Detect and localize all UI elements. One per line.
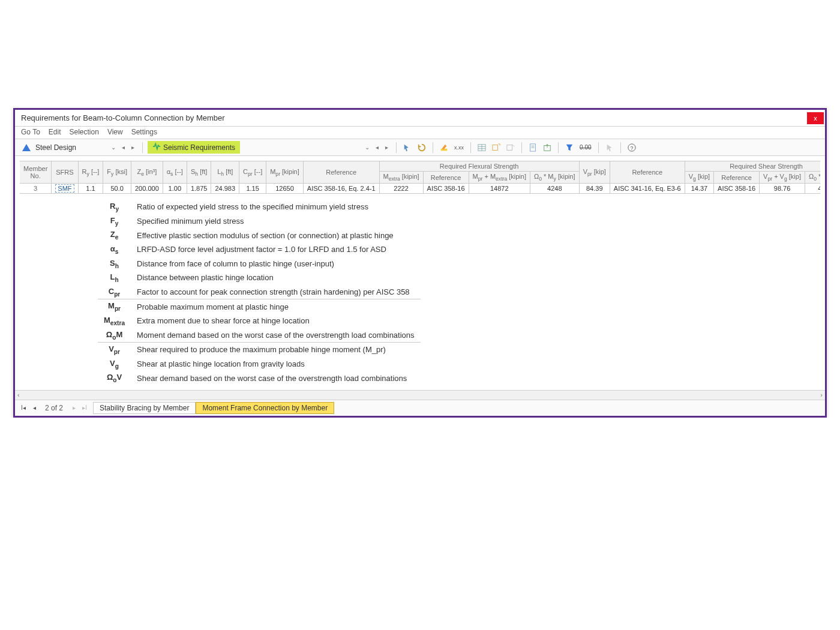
menu-edit[interactable]: Edit [49, 128, 61, 136]
table-add-icon[interactable] [490, 142, 502, 154]
sheet-prev-icon[interactable]: ◂ [29, 403, 39, 413]
app-window: Requirements for Beam-to-Column Connecti… [13, 108, 827, 418]
separator [558, 142, 559, 153]
col-sum-v[interactable]: Vpr + Vg [kip] [760, 172, 805, 184]
definition-row: ShDistance from face of column to plasti… [98, 257, 421, 271]
col-mpr[interactable]: Mpr [kipin] [266, 161, 304, 184]
module-left-nav: ◂ ▸ [118, 143, 137, 152]
nav-next-icon[interactable]: ▸ [382, 143, 391, 152]
report-icon[interactable] [527, 142, 539, 154]
col-om-my[interactable]: Ω0 * My [kipin] [530, 172, 579, 184]
definition-symbol: Fy [98, 214, 131, 229]
sheet-first-icon[interactable]: I◂ [19, 403, 28, 413]
definition-symbol: Ze [98, 228, 131, 242]
page-indicator: 2 of 2 [43, 404, 65, 412]
scroll-right-icon[interactable]: › [820, 391, 823, 398]
menu-selection[interactable]: Selection [70, 128, 99, 136]
definition-row: ΩoMMoment demand based on the worst case… [98, 328, 421, 343]
definition-symbol: αs [98, 242, 131, 257]
col-vpr[interactable]: Vpr [kip] [579, 161, 610, 184]
module-right[interactable]: Seismic Requirements [148, 141, 240, 154]
symbol-definitions: RyRatio of expected yield stress to the … [98, 200, 820, 385]
table-icon[interactable] [476, 142, 488, 154]
filter-icon[interactable] [563, 142, 575, 154]
nav-next-icon[interactable]: ▸ [128, 143, 137, 152]
module-left[interactable]: Steel Design [19, 143, 109, 152]
col-as[interactable]: αs [--] [163, 161, 187, 184]
horizontal-scrollbar[interactable]: ‹ › [15, 390, 825, 400]
format-precision-button[interactable]: x.xx [452, 142, 466, 154]
table-row[interactable]: 3SMF1.150.0200.0001.001.87524.9831.15126… [20, 184, 820, 194]
col-ze[interactable]: Ze [in³] [131, 161, 163, 184]
sheet-next-icon[interactable]: ▸ [69, 403, 79, 413]
definition-row: ΩoVShear demand based on the worst case … [98, 371, 421, 385]
nav-prev-icon[interactable]: ◂ [372, 143, 382, 152]
highlight-icon[interactable] [438, 142, 450, 154]
col-sh[interactable]: Sh [ft] [187, 161, 211, 184]
separator [598, 142, 599, 153]
definition-symbol: Vg [98, 357, 131, 371]
definition-row: MprProbable maximum moment at plastic hi… [98, 299, 421, 314]
col-ref2[interactable]: Reference [423, 172, 469, 184]
col-ref4[interactable]: Reference [714, 172, 760, 184]
menu-view[interactable]: View [107, 128, 123, 136]
col-ref1[interactable]: Reference [303, 161, 379, 184]
separator [142, 142, 143, 153]
separator [396, 142, 397, 153]
col-ref3[interactable]: Reference [610, 161, 685, 184]
col-ry[interactable]: Ry [--] [78, 161, 103, 184]
separator [521, 142, 522, 153]
definition-row: CprFactor to account for peak connection… [98, 285, 421, 299]
definition-symbol: Sh [98, 257, 131, 271]
content-area: MemberNo. SFRS Ry [--] Fy [ksi] Ze [in³]… [15, 156, 825, 385]
definition-text: Ratio of expected yield stress to the sp… [131, 200, 421, 214]
refresh-icon[interactable] [416, 142, 428, 154]
window-title: Requirements for Beam-to-Column Connecti… [15, 110, 806, 126]
nav-prev-icon[interactable]: ◂ [118, 143, 128, 152]
col-lh[interactable]: Lh [ft] [211, 161, 239, 184]
decimal-button[interactable]: 0.00 [578, 142, 593, 154]
col-member-no[interactable]: MemberNo. [20, 161, 52, 184]
svg-line-7 [512, 144, 515, 146]
menu-settings[interactable]: Settings [131, 128, 157, 136]
definition-text: LRFD-ASD force level adjustment factor =… [131, 242, 421, 257]
toolbar: Steel Design ⌄ ◂ ▸ Seismic Requirements … [15, 139, 825, 156]
separator [470, 142, 471, 153]
separator [433, 142, 433, 153]
sheet-tab[interactable]: Moment Frame Connection by Member [196, 402, 334, 414]
chevron-down-icon[interactable]: ⌄ [111, 144, 116, 151]
close-button[interactable]: x [807, 112, 824, 124]
results-grid[interactable]: MemberNo. SFRS Ry [--] Fy [ksi] Ze [in³]… [20, 161, 820, 194]
col-cpr[interactable]: Cpr [--] [239, 161, 266, 184]
col-mextra[interactable]: Mextra [kipin] [379, 172, 423, 184]
module-right-nav: ◂ ▸ [372, 143, 391, 152]
col-om-vz[interactable]: Ω0 * Vz [kip] [805, 172, 820, 184]
cursor-icon[interactable] [604, 142, 616, 154]
steel-icon [22, 143, 31, 152]
sfrs-cell[interactable]: SMF [55, 184, 74, 193]
select-icon[interactable] [401, 142, 413, 154]
col-sum-m[interactable]: Mpr + Mextra [kipin] [469, 172, 530, 184]
definition-text: Extra moment due to shear force at hinge… [131, 314, 421, 328]
menu-goto[interactable]: Go To [21, 128, 40, 136]
definition-row: VprShear required to produce the maximum… [98, 343, 421, 357]
sheet-last-icon[interactable]: ▸I [80, 403, 89, 413]
chevron-down-icon[interactable]: ⌄ [365, 144, 370, 151]
col-vg[interactable]: Vg [kip] [685, 172, 713, 184]
definition-row: RyRatio of expected yield stress to the … [98, 200, 421, 214]
sheet-nav: I◂ ◂ [19, 403, 39, 413]
col-fy[interactable]: Fy [ksi] [103, 161, 131, 184]
sheet-tab[interactable]: Stability Bracing by Member [93, 402, 196, 414]
definition-text: Probable maximum moment at plastic hinge [131, 299, 421, 314]
module-right-label: Seismic Requirements [163, 143, 235, 152]
definition-text: Factor to account for peak connection st… [131, 285, 421, 299]
title-bar: Requirements for Beam-to-Column Connecti… [15, 110, 825, 127]
definition-symbol: Cpr [98, 285, 131, 299]
definition-symbol: Vpr [98, 343, 131, 357]
col-sfrs[interactable]: SFRS [52, 161, 78, 184]
definition-text: Shear demand based on the worst case of … [131, 371, 421, 385]
help-icon[interactable]: ? [626, 142, 638, 154]
scroll-left-icon[interactable]: ‹ [17, 391, 20, 398]
table-remove-icon[interactable] [505, 142, 517, 154]
export-icon[interactable] [541, 142, 553, 154]
